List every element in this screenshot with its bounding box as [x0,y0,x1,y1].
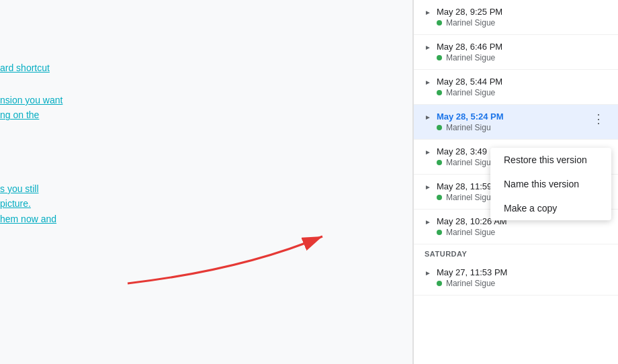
version-item[interactable]: ► May 27, 11:53 PM Marinel Sigue [414,261,618,295]
chevron-icon: ► [425,269,431,277]
link-line-2[interactable]: nsion you want [0,95,62,105]
saturday-label: SATURDAY [414,244,618,261]
author-dot [437,125,442,130]
text-block-2: nsion you want ng on the [0,93,62,123]
author-name: Marinel Sigue [446,193,495,202]
version-date: May 28, 5:44 PM [437,77,607,87]
chevron-icon: ► [425,148,431,156]
author-name: Marinel Sigu [446,123,491,132]
author-name: Marinel Sigu [446,158,491,167]
chevron-icon: ► [425,183,431,191]
context-menu: Restore this version Name this version M… [490,148,611,220]
link-line-5[interactable]: picture. [0,198,31,209]
author-name: Marinel Sigue [446,53,495,62]
author-name: Marinel Sigue [446,279,495,288]
chevron-icon: ► [425,44,431,51]
version-author: Marinel Sigue [437,53,607,62]
link-line-1[interactable]: ard shortcut [0,62,50,73]
author-name: Marinel Sigue [446,88,495,97]
version-history-panel: ► May 28, 9:25 PM Marinel Sigue ► May 28… [413,0,618,364]
version-author: Marinel Sigue [437,18,607,28]
author-dot [437,230,442,235]
chevron-icon: ► [425,113,431,121]
text-block-3: s you still picture. hem now and [0,181,56,226]
version-info: May 28, 5:24 PM Marinel Sigu [437,111,587,132]
link-line-3[interactable]: ng on the [0,109,39,120]
version-info: May 28, 9:25 PM Marinel Sigue [437,7,607,28]
version-item[interactable]: ► May 28, 5:44 PM Marinel Sigue [414,70,618,105]
author-name: Marinel Sigue [446,18,495,28]
version-date: May 28, 9:25 PM [437,7,607,17]
version-info: May 28, 6:46 PM Marinel Sigue [437,42,607,62]
context-menu-name[interactable]: Name this version [490,172,611,196]
document-panel: ard shortcut nsion you want ng on the s … [0,0,413,364]
context-menu-copy[interactable]: Make a copy [490,196,611,220]
version-item[interactable]: ► May 28, 9:25 PM Marinel Sigue [414,0,618,35]
red-arrow-indicator [121,216,336,297]
chevron-icon: ► [425,79,431,86]
version-author: Marinel Sigu [437,123,587,132]
version-date: May 28, 5:24 PM [437,111,587,122]
author-dot [437,55,442,60]
author-dot [437,90,442,95]
version-author: Marinel Sigue [437,228,607,237]
version-date: May 27, 11:53 PM [437,267,607,277]
version-author: Marinel Sigue [437,279,607,288]
version-info: May 27, 11:53 PM Marinel Sigue [437,267,607,288]
author-dot [437,160,442,165]
version-author: Marinel Sigue [437,88,607,97]
version-date: May 28, 6:46 PM [437,42,607,52]
section-label-saturday: SATURDAY [414,244,618,261]
author-dot [437,195,442,200]
chevron-icon: ► [425,9,431,16]
chevron-icon: ► [425,218,431,226]
author-name: Marinel Sigue [446,228,495,237]
author-dot [437,20,442,26]
link-line-4[interactable]: s you still [0,183,39,194]
context-menu-restore[interactable]: Restore this version [490,148,611,172]
version-item[interactable]: ► May 28, 6:46 PM Marinel Sigue [414,35,618,70]
version-more-button[interactable]: ⋮ [590,111,607,126]
author-dot [437,281,442,286]
version-info: May 28, 5:44 PM Marinel Sigue [437,77,607,97]
text-block-1: ard shortcut [0,60,50,75]
link-line-6[interactable]: hem now and [0,214,56,224]
version-item-selected[interactable]: ► May 28, 5:24 PM Marinel Sigu ⋮ [414,105,618,140]
